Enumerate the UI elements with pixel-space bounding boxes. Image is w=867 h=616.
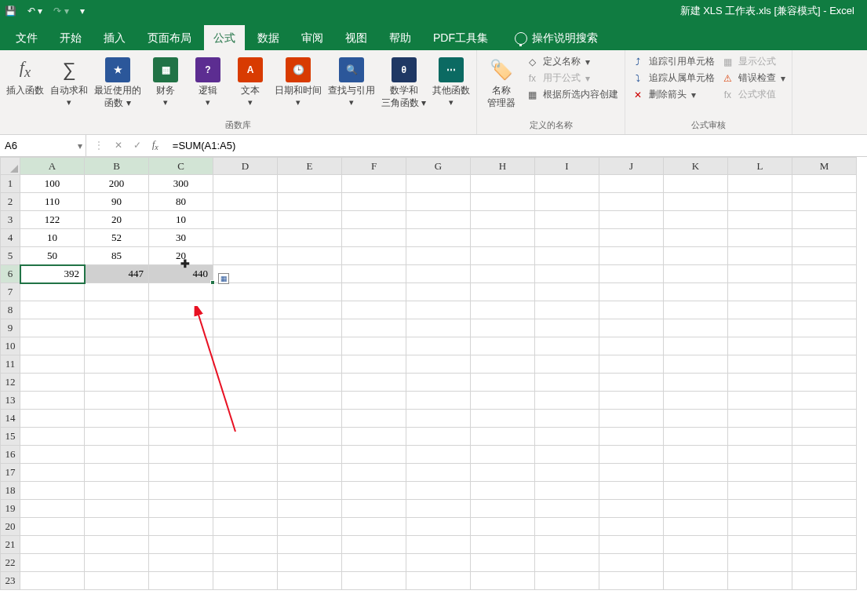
tab-data[interactable]: 数据 <box>248 25 289 50</box>
tab-formulas[interactable]: 公式 <box>204 25 245 50</box>
save-icon[interactable]: 💾 <box>5 5 16 16</box>
row-header-9[interactable]: 9 <box>1 319 20 337</box>
name-box-input[interactable] <box>5 140 67 151</box>
redo-icon[interactable]: ↷ ▾ <box>53 5 68 16</box>
col-header-E[interactable]: E <box>278 158 342 175</box>
row-header-15[interactable]: 15 <box>1 428 20 446</box>
fx-icon[interactable]: fx <box>152 139 158 151</box>
cell-A6[interactable]: 392 <box>20 265 85 283</box>
autofill-options-button[interactable]: ▦ <box>218 273 229 284</box>
col-header-C[interactable]: C <box>149 158 213 175</box>
row-header-23[interactable]: 23 <box>1 572 20 590</box>
name-box[interactable]: ▾ <box>0 135 86 156</box>
cell-B3[interactable]: 20 <box>85 211 149 229</box>
row-header-11[interactable]: 11 <box>1 355 20 374</box>
col-header-A[interactable]: A <box>20 158 85 175</box>
define-name-button[interactable]: ◇定义名称 ▾ <box>526 55 618 68</box>
col-header-F[interactable]: F <box>342 158 406 175</box>
row-header-1[interactable]: 1 <box>1 175 20 193</box>
select-all-corner[interactable] <box>1 158 20 175</box>
cell-B6[interactable]: 447 <box>85 265 149 283</box>
text-button[interactable]: A 文本 ▾ <box>232 53 268 109</box>
col-header-D[interactable]: D <box>213 158 278 175</box>
row-header-4[interactable]: 4 <box>1 229 20 247</box>
undo-icon[interactable]: ↶ ▾ <box>27 5 42 16</box>
tab-pdf[interactable]: PDF工具集 <box>424 25 497 50</box>
cell-C4[interactable]: 30 <box>149 229 213 247</box>
row-header-6[interactable]: 6 <box>1 265 20 283</box>
tab-insert[interactable]: 插入 <box>94 25 135 50</box>
row-header-20[interactable]: 20 <box>1 518 20 536</box>
col-header-B[interactable]: B <box>85 158 149 175</box>
cell-C6[interactable]: 440 <box>149 265 213 283</box>
row-header-7[interactable]: 7 <box>1 283 20 301</box>
col-header-H[interactable]: H <box>471 158 535 175</box>
evaluate-formula-button[interactable]: fx公式求值 <box>721 88 785 101</box>
cancel-formula-icon[interactable]: ✕ <box>115 140 122 151</box>
insert-function-button[interactable]: fx 插入函数 <box>6 53 44 109</box>
cell-A1[interactable]: 100 <box>20 175 85 193</box>
show-formulas-button[interactable]: ▦显示公式 <box>721 55 785 68</box>
datetime-button[interactable]: 🕒 日期和时间 ▾ <box>275 53 322 109</box>
qat-more-icon[interactable]: ▾ <box>80 5 85 16</box>
cell-C2[interactable]: 80 <box>149 193 213 211</box>
col-header-K[interactable]: K <box>664 158 728 175</box>
row-header-10[interactable]: 10 <box>1 337 20 355</box>
cell-A4[interactable]: 10 <box>20 229 85 247</box>
tab-review[interactable]: 审阅 <box>292 25 333 50</box>
error-check-button[interactable]: ⚠错误检查 ▾ <box>721 71 785 85</box>
trace-precedents-button[interactable]: ⤴追踪引用单元格 <box>632 55 715 68</box>
name-box-dropdown-icon[interactable]: ▾ <box>78 140 82 151</box>
lookup-button[interactable]: 🔍 查找与引用 ▾ <box>328 53 375 109</box>
col-header-L[interactable]: L <box>728 158 792 175</box>
accept-formula-icon[interactable]: ✓ <box>133 140 141 151</box>
financial-button[interactable]: ▦ 财务 ▾ <box>148 53 184 109</box>
cell-C5[interactable]: 20 <box>149 247 213 265</box>
row-header-13[interactable]: 13 <box>1 392 20 410</box>
fill-handle[interactable] <box>210 280 215 285</box>
formula-input[interactable] <box>166 135 867 156</box>
cell-A2[interactable]: 110 <box>20 193 85 211</box>
row-header-21[interactable]: 21 <box>1 536 20 554</box>
more-functions-button[interactable]: ⋯ 其他函数 ▾ <box>432 53 470 109</box>
tell-me-search[interactable]: 操作说明搜索 <box>505 25 607 50</box>
cell-C3[interactable]: 10 <box>149 211 213 229</box>
tab-view[interactable]: 视图 <box>336 25 377 50</box>
col-header-G[interactable]: G <box>406 158 471 175</box>
cell-B2[interactable]: 90 <box>85 193 149 211</box>
logical-button[interactable]: ? 逻辑 ▾ <box>190 53 226 109</box>
row-header-8[interactable]: 8 <box>1 301 20 319</box>
name-manager-button[interactable]: 🏷️ 名称 管理器 <box>483 53 519 109</box>
remove-arrows-button[interactable]: ✕删除箭头 ▾ <box>632 88 715 101</box>
cell-B4[interactable]: 52 <box>85 229 149 247</box>
spreadsheet-grid[interactable]: A B C D E F G H I J K L M 1 100 200 300 … <box>0 157 867 590</box>
tab-layout[interactable]: 页面布局 <box>138 25 201 50</box>
tab-file[interactable]: 文件 <box>6 25 47 50</box>
row-header-3[interactable]: 3 <box>1 211 20 229</box>
row-header-18[interactable]: 18 <box>1 482 20 500</box>
cell-C1[interactable]: 300 <box>149 175 213 193</box>
cell-B1[interactable]: 200 <box>85 175 149 193</box>
col-header-M[interactable]: M <box>792 158 857 175</box>
row-header-16[interactable]: 16 <box>1 446 20 464</box>
trace-dependents-button[interactable]: ⤵追踪从属单元格 <box>632 71 715 85</box>
create-from-selection-button[interactable]: ▦根据所选内容创建 <box>526 88 618 101</box>
row-header-22[interactable]: 22 <box>1 554 20 572</box>
row-header-2[interactable]: 2 <box>1 193 20 211</box>
row-header-5[interactable]: 5 <box>1 247 20 265</box>
row-header-12[interactable]: 12 <box>1 374 20 392</box>
recent-functions-button[interactable]: ★ 最近使用的 函数 ▾ <box>94 53 141 109</box>
autosum-button[interactable]: ∑ 自动求和 ▾ <box>50 53 88 109</box>
cell-A3[interactable]: 122 <box>20 211 85 229</box>
tab-help[interactable]: 帮助 <box>380 25 421 50</box>
math-trig-button[interactable]: θ 数学和 三角函数 ▾ <box>381 53 426 109</box>
cell-A5[interactable]: 50 <box>20 247 85 265</box>
row-header-14[interactable]: 14 <box>1 410 20 428</box>
cancel-icon[interactable]: ⋮ <box>94 140 104 151</box>
cell-B5[interactable]: 85 <box>85 247 149 265</box>
tab-home[interactable]: 开始 <box>50 25 91 50</box>
row-header-17[interactable]: 17 <box>1 464 20 482</box>
row-header-19[interactable]: 19 <box>1 500 20 518</box>
col-header-I[interactable]: I <box>535 158 599 175</box>
col-header-J[interactable]: J <box>599 158 664 175</box>
